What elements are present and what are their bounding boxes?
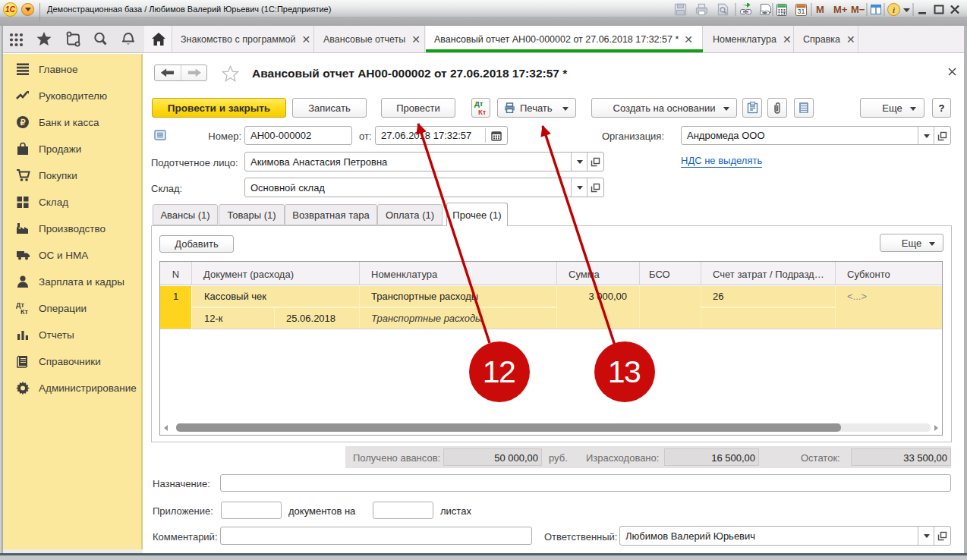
svg-text:13: 13 [608,354,641,389]
svg-text:12: 12 [483,354,515,389]
